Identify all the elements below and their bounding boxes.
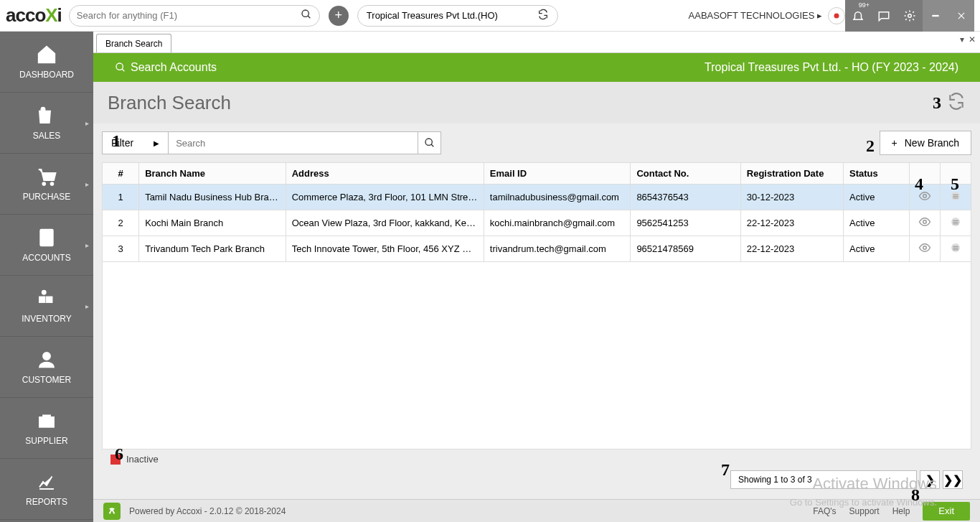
svg-point-19 xyxy=(116,63,123,70)
context-title: Search Accounts xyxy=(131,61,217,74)
cell-email: tamilnadubusiness@gmail.com xyxy=(484,185,631,210)
add-button[interactable]: + xyxy=(329,6,349,26)
inactive-color-icon xyxy=(110,455,121,465)
pager-row: Showing 1 to 3 of 3 ❯ ❯❯ xyxy=(102,469,971,493)
sync-icon xyxy=(537,9,549,22)
menu-icon xyxy=(946,215,965,228)
table-row[interactable]: 1Tamil Nadu Business Hub BranchCommerce … xyxy=(103,185,971,210)
svg-point-23 xyxy=(923,195,927,198)
svg-rect-17 xyxy=(39,417,54,427)
pager-next-button[interactable]: ❯ xyxy=(920,470,940,489)
app-logo: accoXi xyxy=(6,4,62,27)
chevron-right-icon: ▸ xyxy=(85,241,89,249)
eye-icon xyxy=(915,215,934,228)
pager-info: Showing 1 to 3 of 3 xyxy=(730,470,917,489)
svg-point-3 xyxy=(908,14,912,17)
svg-rect-27 xyxy=(953,197,958,198)
chat-icon[interactable] xyxy=(871,0,897,32)
minimize-button[interactable] xyxy=(923,0,948,32)
page-header: Branch Search xyxy=(93,82,980,123)
user-avatar-icon[interactable] xyxy=(828,7,845,24)
search-icon xyxy=(115,62,126,73)
legend: Inactive xyxy=(102,449,971,469)
view-row-button[interactable] xyxy=(910,185,941,210)
cell-status: Active xyxy=(843,210,909,236)
sidebar-item-reports[interactable]: REPORTS xyxy=(0,459,93,520)
cell-status: Active xyxy=(843,236,909,262)
tab-branch-search[interactable]: Branch Search xyxy=(96,34,171,52)
exit-button[interactable]: Exit xyxy=(923,502,970,521)
row-menu-button[interactable] xyxy=(940,236,971,262)
powered-by: Powered by Accoxi - 2.0.12 © 2018-2024 xyxy=(129,506,286,516)
global-search-input[interactable] xyxy=(77,10,301,21)
cell-reg-date: 22-12-2023 xyxy=(740,236,843,262)
pager-last-button[interactable]: ❯❯ xyxy=(943,470,963,489)
sidebar: DASHBOARD SALES▸ PURCHASE▸ ACCOUNTS▸ INV… xyxy=(0,32,93,522)
row-menu-button[interactable] xyxy=(940,210,971,236)
svg-rect-30 xyxy=(953,220,958,221)
tab-close-icon[interactable]: ✕ xyxy=(969,34,976,45)
menu-icon xyxy=(946,241,965,254)
svg-rect-32 xyxy=(953,223,958,224)
menu-icon xyxy=(946,190,965,202)
chevron-right-icon: ▸ xyxy=(85,180,89,188)
svg-rect-37 xyxy=(953,249,958,250)
search-box xyxy=(169,131,441,154)
sidebar-item-supplier[interactable]: SUPPLIER xyxy=(0,398,93,459)
svg-rect-31 xyxy=(953,222,958,223)
sidebar-item-inventory[interactable]: INVENTORY▸ xyxy=(0,276,93,337)
svg-rect-35 xyxy=(953,246,958,247)
svg-rect-14 xyxy=(47,297,52,303)
footer-help-link[interactable]: Help xyxy=(892,506,910,516)
chevron-right-icon: ▸ xyxy=(85,119,89,127)
close-window-button[interactable] xyxy=(948,0,974,32)
sidebar-item-customer[interactable]: CUSTOMER xyxy=(0,337,93,398)
table-header-row: # Branch Name Address Email ID Contact N… xyxy=(103,163,971,185)
footer-faq-link[interactable]: FAQ's xyxy=(813,506,836,516)
sidebar-item-accounts[interactable]: ACCOUNTS▸ xyxy=(0,215,93,276)
main-area: Branch Search ▾ ✕ Search Accounts Tropic… xyxy=(93,32,980,522)
filter-button[interactable]: Filter ▶ xyxy=(102,131,169,154)
cell-branch-name: Kochi Main Branch xyxy=(139,210,286,236)
top-action-icons: 99+ xyxy=(845,0,974,32)
eye-icon xyxy=(915,190,934,202)
search-icon xyxy=(301,9,312,23)
svg-rect-25 xyxy=(953,195,958,195)
svg-point-21 xyxy=(425,139,432,145)
content: # Branch Name Address Email ID Contact N… xyxy=(93,162,980,499)
tab-dropdown-icon[interactable]: ▾ xyxy=(960,34,964,45)
table-row[interactable]: 3Trivandum Tech Park BranchTech Innovate… xyxy=(103,236,971,262)
sidebar-item-dashboard[interactable]: DASHBOARD xyxy=(0,32,93,93)
cell-contact: 9562541253 xyxy=(631,210,740,236)
view-row-button[interactable] xyxy=(910,210,941,236)
notifications-icon[interactable]: 99+ xyxy=(845,0,871,32)
sidebar-item-sales[interactable]: SALES▸ xyxy=(0,93,93,154)
cell-reg-date: 22-12-2023 xyxy=(740,210,843,236)
eye-icon xyxy=(915,241,934,254)
search-input[interactable] xyxy=(169,138,418,149)
chevron-right-icon: ▸ xyxy=(85,302,89,310)
table-row[interactable]: 2Kochi Main BranchOcean View Plaza, 3rd … xyxy=(103,210,971,236)
refresh-icon[interactable] xyxy=(947,101,966,113)
view-row-button[interactable] xyxy=(910,236,941,262)
search-button[interactable] xyxy=(418,131,440,154)
footer: Powered by Accoxi - 2.0.12 © 2018-2024 F… xyxy=(93,499,980,522)
sidebar-item-purchase[interactable]: PURCHASE▸ xyxy=(0,154,93,215)
global-search[interactable] xyxy=(69,5,320,27)
settings-icon[interactable] xyxy=(897,0,923,32)
cell-branch-name: Tamil Nadu Business Hub Branch xyxy=(139,185,286,210)
svg-point-33 xyxy=(923,246,927,250)
context-company-fy: Tropical Treasures Pvt Ltd. - HO (FY 202… xyxy=(705,61,958,74)
play-icon: ▶ xyxy=(154,139,159,147)
svg-rect-4 xyxy=(933,15,938,16)
user-name[interactable]: AABASOFT TECHNOLOGIES ▸ xyxy=(683,10,828,21)
row-menu-button[interactable] xyxy=(940,185,971,210)
cell-contact: 8654376543 xyxy=(631,185,740,210)
company-selector[interactable]: Tropical Treasures Pvt Ltd.(HO) xyxy=(357,5,558,27)
cell-contact: 96521478569 xyxy=(631,236,740,262)
tab-strip: Branch Search ▾ ✕ xyxy=(93,32,980,53)
new-branch-button[interactable]: + New Branch xyxy=(880,131,971,155)
svg-point-7 xyxy=(42,182,45,185)
cell-email: kochi.mainbranch@gmail.com xyxy=(484,210,631,236)
footer-support-link[interactable]: Support xyxy=(849,506,880,516)
